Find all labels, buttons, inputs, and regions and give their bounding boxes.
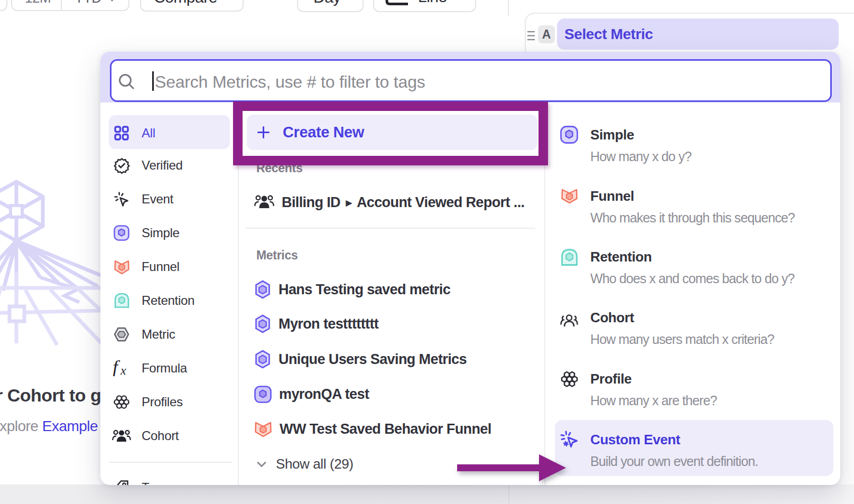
svg-text:f: f (113, 360, 120, 376)
svg-text:x: x (120, 363, 126, 376)
